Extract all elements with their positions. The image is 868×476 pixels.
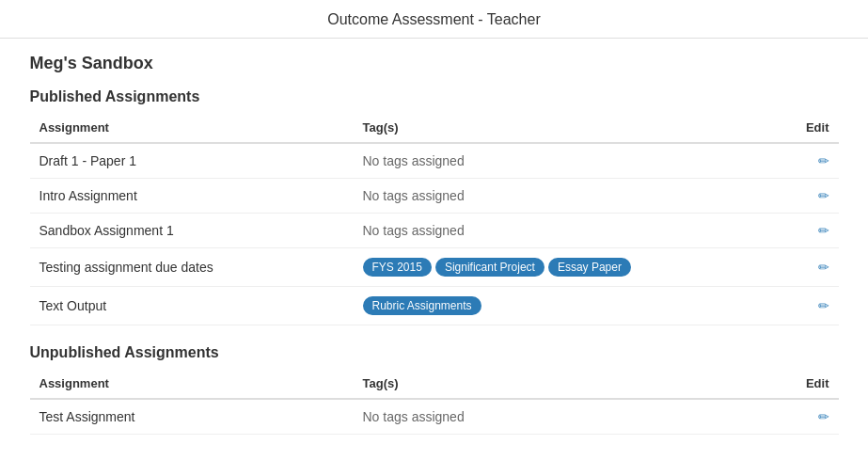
assignment-tags: Rubric Assignments: [354, 287, 758, 325]
edit-cell: ✏: [758, 214, 839, 248]
edit-cell: ✏: [758, 143, 839, 179]
table-row: Test AssignmentNo tags assigned✏: [30, 399, 839, 435]
assignment-tags: No tags assigned: [354, 399, 758, 435]
assignment-name: Testing assignment due dates: [30, 248, 354, 287]
edit-icon[interactable]: ✏: [818, 153, 829, 168]
tag-badge: FYS 2015: [363, 258, 432, 277]
assignment-name: Draft 1 - Paper 1: [30, 143, 354, 179]
no-tags-label: No tags assigned: [363, 153, 465, 168]
edit-icon[interactable]: ✏: [818, 188, 829, 203]
table-row: Sandbox Assignment 1No tags assigned✏: [30, 214, 839, 248]
assignment-name: Intro Assignment: [30, 179, 354, 214]
page-title: Outcome Assessment - Teacher: [0, 0, 868, 39]
table-row: Draft 1 - Paper 1No tags assigned✏: [30, 143, 839, 179]
unpublished-assignments-table: Assignment Tag(s) Edit Test AssignmentNo…: [30, 369, 839, 435]
edit-cell: ✏: [758, 399, 839, 435]
published-heading: Published Assignments: [30, 88, 839, 105]
edit-cell: ✏: [758, 179, 839, 214]
unpublished-col-tags: Tag(s): [354, 369, 758, 399]
unpublished-heading: Unpublished Assignments: [30, 344, 839, 361]
sandbox-name: Meg's Sandbox: [30, 54, 839, 73]
edit-cell: ✏: [758, 248, 839, 287]
assignment-tags: No tags assigned: [354, 214, 758, 248]
published-assignments-table: Assignment Tag(s) Edit Draft 1 - Paper 1…: [30, 113, 839, 325]
edit-icon[interactable]: ✏: [818, 260, 829, 275]
assignment-tags: No tags assigned: [354, 179, 758, 214]
edit-icon[interactable]: ✏: [818, 409, 829, 424]
tag-badge: Significant Project: [435, 258, 544, 277]
no-tags-label: No tags assigned: [363, 223, 465, 238]
assignment-name: Test Assignment: [30, 399, 354, 435]
table-row: Intro AssignmentNo tags assigned✏: [30, 179, 839, 214]
published-table-header: Assignment Tag(s) Edit: [30, 113, 839, 143]
unpublished-col-assignment: Assignment: [30, 369, 354, 399]
assignment-name: Text Output: [30, 287, 354, 325]
edit-cell: ✏: [758, 287, 839, 325]
table-row: Text OutputRubric Assignments✏: [30, 287, 839, 325]
assignment-tags: No tags assigned: [354, 143, 758, 179]
published-col-edit: Edit: [758, 113, 839, 143]
assignment-tags: FYS 2015Significant ProjectEssay Paper: [354, 248, 758, 287]
no-tags-label: No tags assigned: [363, 188, 465, 203]
published-col-assignment: Assignment: [30, 113, 354, 143]
tag-badge: Essay Paper: [548, 258, 631, 277]
table-row: Testing assignment due datesFYS 2015Sign…: [30, 248, 839, 287]
edit-icon[interactable]: ✏: [818, 223, 829, 238]
unpublished-col-edit: Edit: [758, 369, 839, 399]
tag-badge: Rubric Assignments: [363, 296, 481, 315]
assignment-name: Sandbox Assignment 1: [30, 214, 354, 248]
no-tags-label: No tags assigned: [363, 409, 465, 424]
published-col-tags: Tag(s): [354, 113, 758, 143]
unpublished-table-header: Assignment Tag(s) Edit: [30, 369, 839, 399]
edit-icon[interactable]: ✏: [818, 298, 829, 313]
